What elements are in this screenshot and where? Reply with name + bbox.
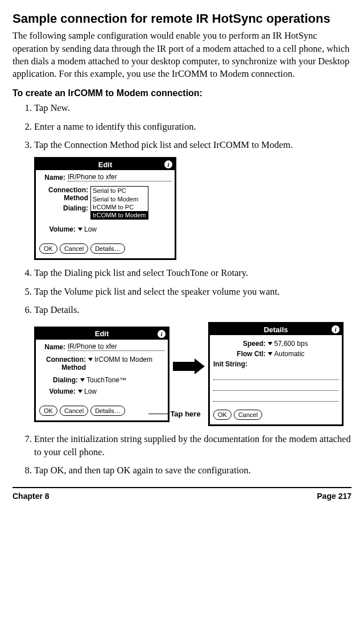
step-3: Tap the Connection Method pick list and … — [34, 139, 351, 151]
chevron-down-icon — [268, 342, 272, 345]
step-7: Enter the initialization string supplied… — [34, 433, 351, 459]
dialog-title-bar: Details i — [210, 324, 342, 335]
arrow-right-icon — [173, 358, 205, 374]
chevron-down-icon — [78, 390, 82, 393]
flow-ctl-picklist[interactable]: Automatic — [268, 350, 338, 358]
dialing-label: Dialing: — [39, 376, 78, 384]
picklist-option[interactable]: Serial to Modem — [91, 195, 148, 203]
sub-heading: To create an IrCOMM to Modem connection: — [13, 88, 351, 98]
picklist-option[interactable]: Serial to PC — [91, 187, 148, 195]
connection-method-picklist[interactable]: Serial to PC Serial to Modem IrCOMM to P… — [90, 186, 148, 220]
cancel-button[interactable]: Cancel — [60, 406, 88, 416]
speed-label: Speed: — [213, 340, 266, 348]
connection-label-2: Method — [39, 364, 86, 371]
details-dialog: Details i Speed: 57,600 bps Flow Ctl: Au… — [208, 322, 344, 426]
connection-method-picklist[interactable]: IrCOMM to Modem — [88, 356, 164, 364]
dialog-title: Details — [210, 325, 342, 334]
dialing-label: Dialing: — [39, 204, 88, 212]
step-8: Tap OK, and then tap OK again to save th… — [34, 464, 351, 477]
step-4: Tap the Dialing pick list and select Tou… — [34, 267, 351, 279]
volume-label: Volume: — [39, 387, 76, 395]
volume-picklist[interactable]: Low — [78, 387, 164, 395]
name-label: Name: — [39, 174, 65, 181]
volume-picklist[interactable]: Low — [78, 225, 171, 233]
name-input[interactable]: IR/Phone to xfer — [68, 174, 171, 181]
info-icon[interactable]: i — [158, 330, 166, 338]
footer-page: Page 217 — [317, 492, 351, 501]
volume-label: Volume: — [39, 225, 76, 233]
callout-line — [148, 414, 169, 414]
ok-button[interactable]: OK — [213, 410, 231, 420]
dialing-picklist[interactable]: TouchTone™ — [80, 376, 164, 384]
edit-dialog-2: Edit i Name: IR/Phone to xfer Connection… — [34, 327, 169, 422]
page-heading: Sample connection for remote IR HotSync … — [13, 11, 351, 26]
chevron-down-icon — [78, 228, 82, 231]
connection-label-1: Connection: — [39, 186, 88, 194]
ok-button[interactable]: OK — [39, 406, 57, 416]
name-input[interactable]: IR/Phone to xfer — [68, 343, 164, 351]
dialog-title-bar: Edit i — [36, 159, 175, 170]
init-string-label: Init String: — [213, 360, 258, 368]
connection-label-2: Method — [39, 194, 88, 202]
footer-chapter: Chapter 8 — [13, 492, 49, 501]
flow-ctl-label: Flow Ctl: — [213, 350, 266, 358]
speed-picklist[interactable]: 57,600 bps — [268, 340, 338, 348]
step-5: Tap the Volume pick list and select the … — [34, 286, 351, 298]
step-2: Enter a name to identify this configurat… — [34, 121, 351, 133]
dialog-title: Edit — [36, 160, 175, 169]
connection-label-1: Connection: — [39, 356, 86, 364]
ok-button[interactable]: OK — [39, 243, 57, 254]
details-button[interactable]: Details… — [90, 406, 125, 416]
step-1: Tap New. — [34, 102, 351, 114]
chevron-down-icon — [88, 358, 93, 361]
step-6: Tap Details. — [34, 304, 351, 316]
tap-here-callout: Tap here — [170, 410, 200, 418]
intro-paragraph: The following sample configuration would… — [13, 30, 351, 80]
chevron-down-icon — [268, 352, 272, 356]
details-button[interactable]: Details… — [90, 243, 125, 254]
picklist-option[interactable]: IrCOMM to PC — [91, 203, 148, 211]
cancel-button[interactable]: Cancel — [234, 410, 262, 420]
edit-dialog-1: Edit i Name: IR/Phone to xfer Connection… — [34, 157, 176, 260]
name-label: Name: — [39, 343, 65, 351]
chevron-down-icon — [80, 378, 85, 382]
dialog-title: Edit — [36, 329, 168, 338]
cancel-button[interactable]: Cancel — [60, 243, 88, 254]
dialog-title-bar: Edit i — [36, 328, 168, 340]
picklist-option-selected[interactable]: IrCOMM to Modem — [91, 211, 148, 219]
init-string-input[interactable] — [213, 371, 338, 402]
